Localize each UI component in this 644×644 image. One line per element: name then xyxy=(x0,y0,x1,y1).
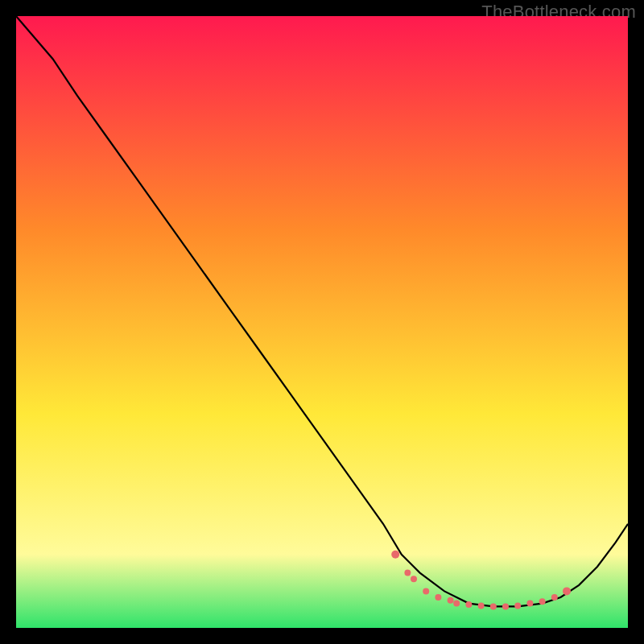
valley-marker xyxy=(526,601,533,607)
plot-area xyxy=(16,16,628,628)
gradient-background xyxy=(16,16,628,628)
valley-marker xyxy=(453,601,460,607)
chart-svg xyxy=(16,16,628,628)
valley-marker xyxy=(391,551,399,559)
valley-marker xyxy=(423,588,429,594)
valley-marker xyxy=(404,570,411,576)
chart-frame: TheBottleneck.com xyxy=(0,0,644,644)
valley-marker xyxy=(502,603,509,609)
valley-marker xyxy=(551,594,558,601)
valley-marker xyxy=(411,576,417,582)
valley-marker xyxy=(478,603,485,609)
valley-marker xyxy=(539,598,546,605)
valley-marker xyxy=(563,587,571,595)
valley-marker xyxy=(490,603,497,609)
valley-marker xyxy=(448,597,454,604)
valley-marker xyxy=(435,594,441,601)
valley-marker xyxy=(514,603,521,609)
valley-marker xyxy=(465,601,472,608)
